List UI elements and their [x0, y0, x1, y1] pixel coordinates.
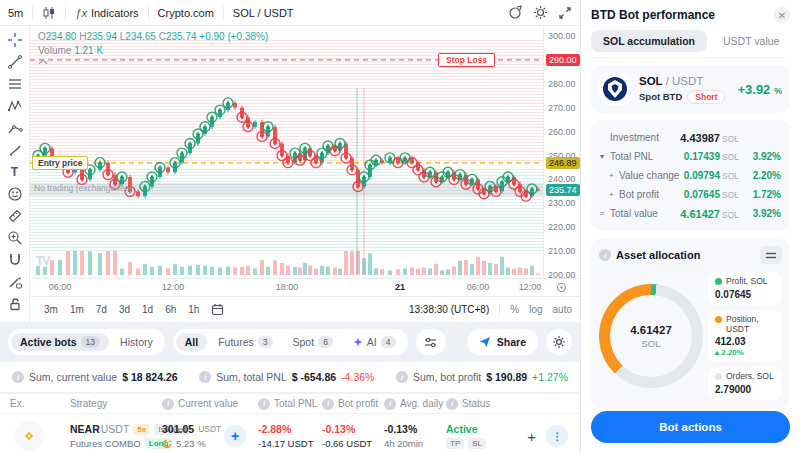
range-button-1h[interactable]: 1h	[188, 304, 199, 315]
ohlc-legend: O234.80 H235.94 L234.65 C235.74 +0.90 (+…	[38, 31, 268, 65]
chart-pane[interactable]: O234.80 H235.94 L234.65 C235.74 +0.90 (+…	[30, 26, 543, 278]
range-button-6h[interactable]: 6h	[165, 304, 176, 315]
scale-button-%[interactable]: %	[510, 304, 519, 315]
info-icon[interactable]: i	[384, 398, 396, 410]
panel-tab-sol-accumulation[interactable]: SOL accumulation	[591, 30, 707, 52]
symbol-button[interactable]: SOL / USDT	[233, 7, 294, 19]
zoom-in-icon[interactable]	[6, 229, 24, 247]
allocation-item-position: Position, USDT412.03▴ 2.20%	[708, 310, 782, 363]
panel-tab-usdt-value[interactable]: USDT value	[711, 30, 791, 52]
brush-icon[interactable]	[6, 141, 24, 159]
filter-futures[interactable]: Futures3	[209, 333, 281, 351]
add-funds-button[interactable]: +	[224, 425, 246, 447]
column-header-bot-profit[interactable]: iBot profit	[322, 398, 384, 410]
allocation-view-toggle[interactable]	[760, 246, 782, 264]
panel-header: BTD Bot performance ✕	[591, 6, 790, 24]
crosshair-icon[interactable]	[6, 31, 24, 49]
clock-timezone[interactable]: 13:38:30 (UTC+8)	[409, 304, 489, 315]
range-button-1d[interactable]: 1d	[142, 304, 153, 315]
stat-row-value-change: +Value change0.09794SOL2.20%	[600, 166, 781, 185]
magnet-icon[interactable]	[6, 251, 24, 269]
legend-dot	[715, 373, 722, 380]
column-header-strategy[interactable]: Strategy	[70, 398, 162, 409]
price-axis[interactable]: 300.00290.00280.00270.00260.00250.00246.…	[543, 26, 580, 278]
row-menu-button[interactable]: ⋮	[546, 425, 568, 447]
column-header-current-value[interactable]: iCurrent value	[162, 398, 258, 410]
allocation-legend: Profit, SOL0.07645Position, USDT412.03▴ …	[708, 272, 782, 400]
column-header-status[interactable]: iStatus	[446, 398, 512, 410]
filter-all[interactable]: All	[176, 333, 207, 351]
entry-price-label[interactable]: Entry price	[32, 156, 88, 170]
share-button[interactable]: Share	[467, 329, 538, 355]
filter-settings-button[interactable]	[416, 329, 446, 355]
price-badge-last[interactable]: 235.74	[546, 184, 580, 196]
info-icon[interactable]: i	[12, 371, 24, 383]
summary-item: iSum, bot profit$ 190.89+1.27%	[396, 371, 568, 383]
column-header-avg-daily[interactable]: iAvg. daily	[384, 398, 446, 410]
info-icon[interactable]: i	[599, 249, 611, 261]
ruler-icon[interactable]	[6, 207, 24, 225]
tab-history[interactable]: History	[111, 333, 162, 351]
emoji-icon[interactable]	[6, 185, 24, 203]
trend-line-icon[interactable]	[6, 53, 24, 71]
stat-label: Total value	[610, 208, 680, 219]
lock-icon[interactable]	[6, 295, 24, 313]
broker-button[interactable]: Crypto.com	[158, 7, 214, 19]
column-header-total-pnl[interactable]: iTotal PNL	[258, 398, 322, 410]
info-icon[interactable]: i	[396, 371, 408, 383]
bot-strategy: Spot BTD	[639, 91, 682, 102]
forecast-icon[interactable]	[6, 119, 24, 137]
drawing-toolbar: T	[0, 26, 30, 322]
indicators-button[interactable]: ƒxIndicators	[75, 7, 138, 19]
info-icon[interactable]: i	[446, 398, 458, 410]
info-icon[interactable]: i	[162, 398, 174, 410]
range-button-3d[interactable]: 3d	[119, 304, 130, 315]
scale-button-auto[interactable]: auto	[553, 304, 572, 315]
table-row[interactable]: NEARUSDT5xIsolated Futures COMBOLong 301…	[0, 414, 580, 453]
edit-lock-icon[interactable]	[6, 273, 24, 291]
fullscreen-icon[interactable]	[558, 6, 572, 20]
exchange-cell	[0, 421, 70, 451]
column-header-ex-[interactable]: Ex.	[0, 398, 70, 409]
price-badge-stop[interactable]: 290.00	[546, 54, 580, 66]
filter-ai[interactable]: AI4	[344, 333, 405, 351]
stat-unit: SOL	[722, 171, 739, 181]
price-badge-entry[interactable]: 246.89	[546, 157, 580, 169]
add-button[interactable]: +	[527, 428, 536, 445]
legend-dot	[715, 316, 722, 323]
info-icon[interactable]: i	[258, 398, 270, 410]
time-axis[interactable]: 06:0012:0018:002106:0012:00	[30, 278, 543, 296]
tp-badge: TP	[446, 438, 464, 449]
pattern-icon[interactable]	[6, 97, 24, 115]
bot-actions-button[interactable]: Bot actions	[591, 411, 790, 443]
candle-style-button[interactable]	[42, 6, 56, 20]
alert-icon[interactable]	[508, 5, 523, 20]
pnl-abs: -14.17 USDT	[258, 438, 322, 449]
interval-button[interactable]: 5m	[8, 7, 23, 19]
text-tool-icon[interactable]: T	[6, 163, 24, 181]
filter-spot[interactable]: Spot6	[284, 333, 342, 351]
stat-prefix[interactable]: ▾	[600, 152, 610, 161]
stat-prefix: +	[609, 171, 619, 180]
close-icon[interactable]: ✕	[774, 7, 790, 23]
stat-label: Total PNL	[610, 151, 684, 162]
allocation-item-value: 2.79000	[715, 384, 775, 395]
settings-icon[interactable]	[533, 5, 548, 20]
info-icon[interactable]: i	[199, 371, 211, 383]
collapse-chevron-icon[interactable]	[38, 59, 48, 65]
bots-filter-bar: Active bots13 History AllFutures3Spot6AI…	[8, 329, 572, 355]
range-button-1m[interactable]: 1m	[70, 304, 84, 315]
calendar-icon[interactable]	[211, 303, 224, 316]
range-button-3m[interactable]: 3m	[44, 304, 58, 315]
status-badge: Active	[446, 423, 512, 435]
fib-lines-icon[interactable]	[6, 75, 24, 93]
info-icon[interactable]: i	[322, 398, 334, 410]
stat-unit: SOL	[722, 210, 739, 220]
tradingview-logo[interactable]: TV	[36, 254, 49, 268]
stop-loss-label[interactable]: Stop Loss	[438, 53, 495, 67]
bots-settings-icon[interactable]	[546, 329, 572, 355]
scale-button-log[interactable]: log	[529, 304, 542, 315]
range-button-7d[interactable]: 7d	[96, 304, 107, 315]
price-tick: 220.00	[548, 221, 576, 233]
tab-active-bots[interactable]: Active bots13	[11, 333, 109, 351]
